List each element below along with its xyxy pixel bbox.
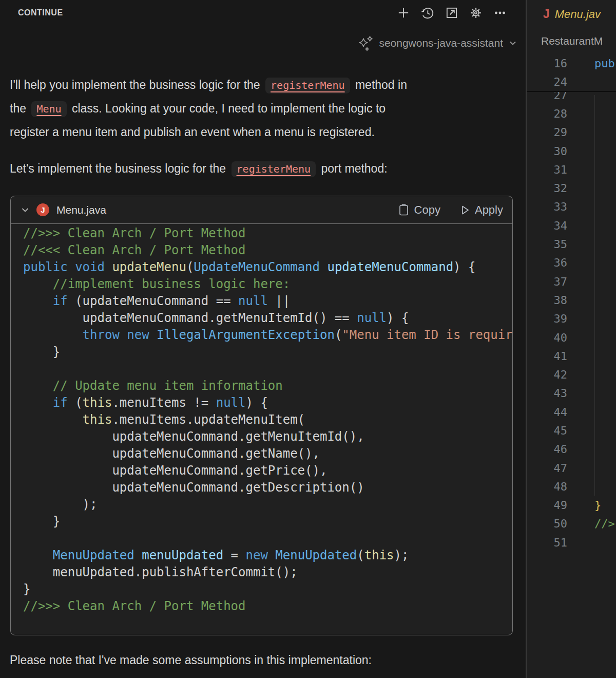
- collapse-code-button[interactable]: [20, 205, 30, 215]
- breadcrumb[interactable]: RestaurantM: [527, 28, 616, 54]
- message-text: method in: [352, 78, 407, 91]
- code-token: this: [83, 396, 112, 410]
- panel-title: CONTINUE: [18, 8, 63, 17]
- code-line: updateMenuCommand.getName(),: [23, 445, 512, 462]
- code-token: if: [53, 396, 68, 410]
- line-number: 41: [527, 350, 567, 363]
- code-content: //>>> Clean Arch / Port Method//<<< Clea…: [11, 224, 512, 615]
- code-token: menuUpdated.publishAfterCommit();: [23, 565, 298, 579]
- code-line: updateMenuCommand.getPrice(),: [23, 462, 512, 479]
- code-token: }: [23, 514, 60, 529]
- code-line: MenuUpdated menuUpdated = new MenuUpdate…: [23, 547, 512, 564]
- editor-tab-menu-java[interactable]: J Menu.jav: [527, 0, 616, 28]
- editor-line: 42: [527, 365, 616, 384]
- copy-button[interactable]: Copy: [398, 203, 440, 217]
- line-number: 32: [527, 182, 567, 195]
- code-line: updateMenuCommand.getDescription(): [23, 479, 512, 496]
- editor-line: 37: [527, 272, 616, 291]
- java-file-icon: J: [543, 7, 550, 21]
- apply-label: Apply: [475, 203, 503, 217]
- code-token: this: [364, 548, 394, 562]
- message-text: Let's implement the business logic for t…: [10, 162, 229, 175]
- code-token: (: [357, 548, 364, 562]
- code-token: (: [68, 396, 83, 410]
- line-number: 33: [527, 200, 567, 213]
- code-line: updateMenuCommand.getMenuItemId() == nul…: [23, 310, 512, 327]
- code-token: menuUpdated: [142, 548, 223, 562]
- code-token: updateMenuCommand.getMenuItemId() ==: [23, 311, 357, 325]
- editor-tab-title: Menu.jav: [555, 8, 601, 21]
- inline-code[interactable]: registerMenu: [232, 161, 316, 177]
- code-token: [23, 379, 53, 393]
- code-token: throw new: [83, 328, 157, 342]
- code-token: UpdateMenuCommand: [194, 260, 320, 274]
- editor-line: 34: [527, 216, 616, 235]
- editor-line: 31: [527, 160, 616, 179]
- line-number: 40: [527, 331, 567, 344]
- message-text: port method:: [318, 162, 388, 175]
- code-token: null: [216, 396, 246, 410]
- message-line: the Menu class. Looking at your code, I …: [10, 97, 518, 120]
- new-chat-button[interactable]: [396, 5, 411, 21]
- editor-line: 46: [527, 440, 616, 459]
- code-line: //>>> Clean Arch / Port Method: [23, 225, 512, 242]
- ellipsis-icon: [493, 6, 507, 20]
- editor-line: 38: [527, 291, 616, 309]
- line-number: 35: [527, 238, 567, 251]
- line-content: }: [594, 499, 601, 512]
- code-line: }: [23, 581, 512, 598]
- editor-line: 30: [527, 142, 616, 160]
- code-token: .menuItems !=: [112, 396, 216, 410]
- editor-line: 28: [527, 104, 616, 123]
- editor-line: 36: [527, 254, 616, 272]
- settings-button[interactable]: [468, 5, 484, 21]
- line-number: 29: [527, 126, 567, 139]
- editor-line: 44: [527, 403, 616, 421]
- code-token: }: [23, 582, 30, 596]
- chevron-down-icon: [20, 205, 30, 215]
- code-token: // Update menu item information: [53, 379, 283, 393]
- code-token: (: [335, 328, 342, 342]
- history-button[interactable]: [420, 5, 435, 21]
- code-token: (: [186, 260, 194, 274]
- code-line: public void updateMenu(UpdateMenuCommand…: [23, 259, 512, 276]
- editor-line: 29: [527, 123, 616, 142]
- code-token: [268, 548, 275, 562]
- message-text: register a menu item and publish an even…: [10, 125, 375, 139]
- code-line: if (this.menuItems != null) {: [23, 394, 512, 411]
- assistant-selector[interactable]: seongwons-java-assistant: [358, 34, 517, 52]
- open-in-editor-button[interactable]: [444, 5, 459, 21]
- inline-code[interactable]: Menu: [31, 101, 66, 117]
- code-token: [23, 396, 53, 410]
- open-in-editor-icon: [445, 6, 459, 20]
- editor-line: 33: [527, 198, 616, 216]
- copy-label: Copy: [414, 203, 440, 217]
- code-token: [23, 412, 83, 427]
- code-token: IllegalArgumentException: [157, 328, 335, 342]
- code-token: //>>> Clean Arch / Port Method: [23, 599, 245, 613]
- code-line: //<<< Clean Arch / Port Method: [23, 242, 512, 259]
- line-number: 37: [527, 275, 567, 288]
- line-number: 44: [527, 406, 567, 419]
- code-token: [23, 277, 53, 291]
- apply-button[interactable]: Apply: [460, 203, 503, 217]
- gear-icon: [469, 6, 483, 20]
- code-token: null: [238, 294, 268, 308]
- assistant-message-footer: Please note that I've made some assumpti…: [10, 648, 518, 672]
- inline-code[interactable]: registerMenu: [265, 78, 350, 93]
- code-line: menuUpdated.publishAfterCommit();: [23, 564, 512, 581]
- code-token: //implement business logic here:: [53, 277, 290, 291]
- code-token: "Menu item ID is requir: [342, 328, 512, 342]
- code-token: MenuUpdated: [275, 548, 357, 562]
- line-number: 38: [527, 294, 567, 307]
- code-block-header: J Menu.java Copy Apply: [11, 196, 512, 224]
- code-token: this: [83, 412, 112, 427]
- code-line: [23, 361, 512, 378]
- editor-line: 41: [527, 347, 616, 365]
- code-token: );: [23, 497, 98, 512]
- sparkle-icon: [358, 35, 374, 51]
- code-line: //implement business logic here:: [23, 276, 512, 293]
- code-token: //<<< Clean Arch / Port Method: [23, 243, 245, 257]
- more-actions-button[interactable]: [492, 5, 508, 21]
- assistant-name-label: seongwons-java-assistant: [379, 37, 503, 49]
